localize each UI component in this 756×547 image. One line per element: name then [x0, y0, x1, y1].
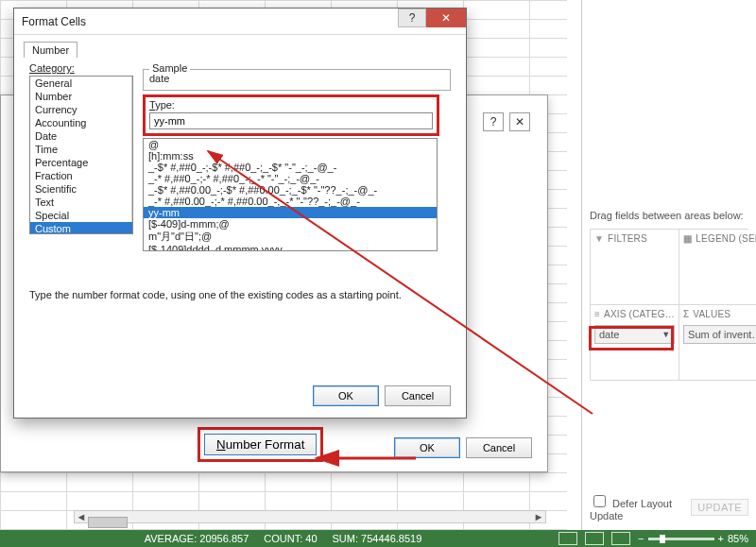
tab-number[interactable]: Number [24, 42, 77, 58]
zoom-slider[interactable]: − + 85% [638, 533, 748, 544]
category-percentage[interactable]: Percentage [30, 156, 132, 169]
area-values[interactable]: ΣVALUES Sum of invent… ▼ [679, 305, 756, 381]
category-fraction[interactable]: Fraction [30, 169, 132, 182]
sample-label: Sample [149, 62, 190, 74]
category-custom[interactable]: Custom [30, 222, 132, 234]
area-filters[interactable]: ▼FILTERS [590, 230, 679, 305]
defer-checkbox[interactable]: Defer Layout Update [590, 492, 691, 521]
drag-hint: Drag fields between areas below: [590, 210, 748, 221]
dialog-titlebar[interactable]: Format Cells ? ✕ [14, 9, 466, 35]
scroll-left-icon[interactable]: ◄ [75, 511, 88, 522]
format-code-list[interactable]: @[h]:mm:ss_-$* #,##0_-;-$* #,##0_-;_-$* … [143, 138, 438, 251]
view-normal-icon[interactable] [558, 532, 577, 545]
format-code-item[interactable]: [$-409]d-mmm;@ [144, 218, 437, 230]
zoom-level: 85% [728, 533, 748, 544]
pivot-field-panel: Drag fields between areas below: ▼FILTER… [581, 0, 756, 531]
format-code-item[interactable]: yy-mm [144, 207, 437, 218]
status-average: AVERAGE: 20956.857 [145, 533, 249, 544]
cancel-button[interactable]: Cancel [385, 385, 451, 406]
format-code-item[interactable]: _-$* #,##0.00_-;-$* #,##0.00_-;_-$* "-"?… [144, 184, 437, 196]
sample-box: Sample date [143, 69, 451, 91]
category-general[interactable]: General [30, 77, 132, 90]
category-currency[interactable]: Currency [30, 103, 132, 116]
help-icon[interactable]: ? [483, 112, 504, 131]
number-format-button[interactable]: Number Format [204, 434, 317, 455]
category-text[interactable]: Text [30, 196, 132, 209]
status-bar: AVERAGE: 20956.857 COUNT: 40 SUM: 754446… [0, 530, 756, 547]
values-field-sum[interactable]: Sum of invent… ▼ [683, 325, 756, 344]
category-scientific[interactable]: Scientific [30, 182, 132, 196]
horizontal-scrollbar[interactable]: ◄ ► [74, 510, 546, 523]
area-axis[interactable]: ≡AXIS (CATEG… date ▼ [590, 305, 679, 381]
status-count: COUNT: 40 [264, 533, 317, 544]
format-cells-dialog: Format Cells ? ✕ Number Category: Genera… [13, 8, 467, 419]
type-label: Type: [149, 99, 433, 111]
scroll-thumb[interactable] [88, 517, 128, 528]
category-list[interactable]: GeneralNumberCurrencyAccountingDateTimeP… [29, 76, 133, 234]
update-button[interactable]: UPDATE [691, 499, 748, 516]
type-highlight: Type: [143, 94, 439, 136]
type-input[interactable] [149, 112, 433, 129]
hint-text: Type the number format code, using one o… [29, 289, 451, 300]
format-code-item[interactable]: @ [144, 139, 437, 150]
format-code-item[interactable]: [$-1409]dddd, d mmmm yyyy [144, 244, 437, 250]
cancel-button-under[interactable]: Cancel [466, 437, 532, 458]
view-layout-icon[interactable] [585, 532, 604, 545]
category-number[interactable]: Number [30, 90, 132, 103]
status-sum: SUM: 754446.8519 [333, 533, 422, 544]
format-code-item[interactable]: _-* #,##0.00_-;-* #,##0.00_-;_-* "-"??_-… [144, 196, 437, 207]
zoom-out-icon[interactable]: − [638, 533, 644, 544]
view-break-icon[interactable] [611, 532, 630, 545]
number-format-label: umber Format [226, 437, 305, 452]
close-icon[interactable]: ✕ [426, 9, 466, 27]
close-icon[interactable]: ✕ [509, 112, 530, 131]
format-code-item[interactable]: [h]:mm:ss [144, 150, 437, 162]
ok-button-under[interactable]: OK [394, 437, 460, 458]
category-accounting[interactable]: Accounting [30, 116, 132, 129]
sample-value: date [149, 73, 444, 84]
dialog-title: Format Cells [22, 15, 86, 28]
category-date[interactable]: Date [30, 129, 132, 143]
date-field-highlight [589, 326, 674, 350]
format-code-item[interactable]: _-* #,##0_-;-* #,##0_-;_-* "-"_-;_-@_- [144, 173, 437, 184]
format-code-item[interactable]: _-$* #,##0_-;-$* #,##0_-;_-$* "-"_-;_-@_… [144, 162, 437, 173]
ok-button[interactable]: OK [313, 385, 379, 406]
scroll-right-icon[interactable]: ► [532, 511, 545, 522]
format-code-item[interactable]: m"月"d"日";@ [144, 230, 437, 244]
number-format-highlight: Number Format [198, 427, 323, 462]
category-time[interactable]: Time [30, 143, 132, 156]
category-label: Category: [29, 62, 133, 74]
zoom-in-icon[interactable]: + [718, 533, 724, 544]
category-special[interactable]: Special [30, 209, 132, 222]
help-icon[interactable]: ? [398, 9, 426, 27]
area-legend[interactable]: ▦LEGEND (SERIES) [679, 230, 756, 305]
